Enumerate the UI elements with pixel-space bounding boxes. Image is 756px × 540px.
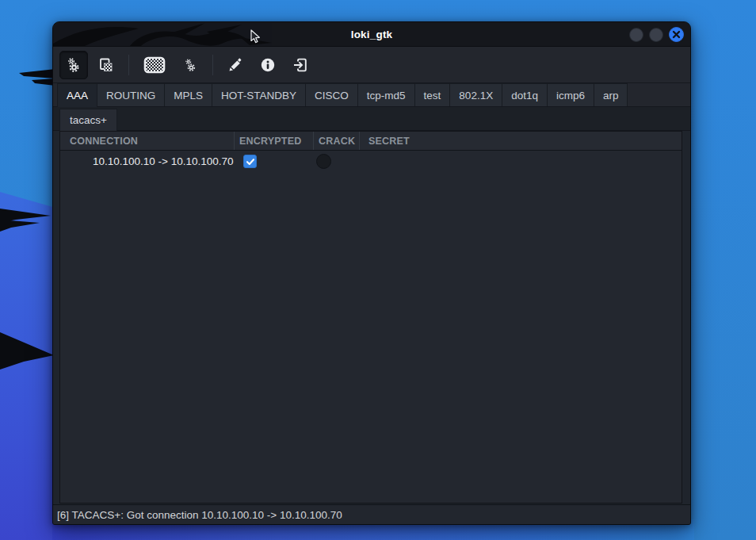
close-button[interactable] bbox=[669, 27, 684, 42]
tab-dot1q[interactable]: dot1q bbox=[502, 83, 548, 106]
aaa-page: tacacs+ CONNECTION ENCRYPTED CRACK SECRE… bbox=[53, 107, 690, 504]
protocol-tabbar: AAA ROUTING MPLS HOT-STANDBY CISCO tcp-m… bbox=[53, 83, 690, 107]
tab-arp[interactable]: arp bbox=[594, 83, 628, 106]
paste-icon bbox=[97, 56, 115, 74]
tab-test[interactable]: test bbox=[414, 83, 451, 106]
tab-hot-standby[interactable]: HOT-STANDBY bbox=[212, 83, 306, 106]
interface-icon bbox=[143, 56, 166, 75]
tab-label: dot1q bbox=[511, 90, 538, 101]
tab-label: arp bbox=[603, 90, 619, 101]
table-row[interactable]: 10.10.100.10 -> 10.10.100.70 bbox=[60, 151, 682, 172]
paste-button[interactable] bbox=[92, 51, 120, 79]
network-interface-button[interactable] bbox=[137, 51, 172, 79]
tab-label: test bbox=[424, 90, 441, 101]
column-header-connection[interactable]: CONNECTION bbox=[60, 132, 235, 150]
mouse-cursor bbox=[250, 29, 262, 44]
status-text: [6] TACACS+: Got connection 10.10.100.10… bbox=[57, 509, 342, 521]
subtab-tacacs[interactable]: tacacs+ bbox=[59, 109, 117, 131]
tab-aaa[interactable]: AAA bbox=[57, 83, 97, 107]
aaa-subtabbar: tacacs+ bbox=[53, 107, 690, 131]
loki-gtk-window: loki_gtk bbox=[52, 21, 691, 525]
table-empty-area[interactable] bbox=[60, 172, 682, 503]
tab-802-1x[interactable]: 802.1X bbox=[449, 83, 502, 106]
tab-mpls[interactable]: MPLS bbox=[164, 83, 212, 106]
tab-label: AAA bbox=[67, 90, 88, 101]
column-header-crack[interactable]: CRACK bbox=[314, 132, 360, 150]
tab-icmp6[interactable]: icmp6 bbox=[547, 83, 594, 106]
gears-small-icon bbox=[182, 57, 198, 73]
tab-label: 802.1X bbox=[459, 90, 493, 101]
tab-routing[interactable]: ROUTING bbox=[97, 83, 165, 106]
check-icon bbox=[246, 157, 255, 167]
minimize-button[interactable] bbox=[629, 28, 643, 42]
encrypted-checkbox[interactable] bbox=[243, 155, 257, 168]
subtab-label: tacacs+ bbox=[70, 114, 107, 126]
titlebar[interactable]: loki_gtk bbox=[53, 22, 690, 47]
about-button[interactable] bbox=[254, 51, 282, 79]
run-modules-button[interactable] bbox=[59, 51, 88, 79]
window-title: loki_gtk bbox=[351, 29, 393, 40]
maximize-button[interactable] bbox=[649, 28, 663, 42]
secret-cell bbox=[360, 151, 682, 172]
toolbar-separator bbox=[128, 55, 129, 75]
quit-button[interactable] bbox=[286, 51, 315, 79]
tab-label: HOT-STANDBY bbox=[221, 90, 296, 101]
exit-icon bbox=[292, 56, 309, 74]
preferences-button[interactable] bbox=[176, 51, 204, 79]
tacacs-treeview: CONNECTION ENCRYPTED CRACK SECRET 10.10.… bbox=[59, 131, 682, 504]
column-header-encrypted[interactable]: ENCRYPTED bbox=[235, 132, 314, 150]
tab-label: ROUTING bbox=[106, 90, 155, 101]
crack-progress-indicator[interactable] bbox=[316, 154, 331, 169]
gears-icon bbox=[65, 56, 82, 74]
table-header: CONNECTION ENCRYPTED CRACK SECRET bbox=[60, 132, 682, 151]
connection-value: 10.10.100.10 -> 10.10.100.70 bbox=[70, 155, 234, 167]
toolbar bbox=[53, 47, 690, 83]
column-header-secret[interactable]: SECRET bbox=[360, 132, 682, 150]
tab-label: MPLS bbox=[174, 90, 203, 101]
close-icon bbox=[672, 30, 681, 39]
tab-cisco[interactable]: CISCO bbox=[305, 83, 358, 106]
info-icon bbox=[259, 56, 277, 74]
tab-label: CISCO bbox=[315, 90, 349, 101]
edit-button[interactable] bbox=[221, 51, 250, 79]
kali-dragon-icon bbox=[53, 22, 291, 47]
tab-label: tcp-md5 bbox=[367, 90, 406, 101]
statusbar: [6] TACACS+: Got connection 10.10.100.10… bbox=[53, 504, 690, 524]
toolbar-separator bbox=[212, 55, 213, 75]
tab-label: icmp6 bbox=[556, 90, 585, 101]
tab-tcp-md5[interactable]: tcp-md5 bbox=[357, 83, 415, 106]
pencil-icon bbox=[227, 56, 244, 74]
